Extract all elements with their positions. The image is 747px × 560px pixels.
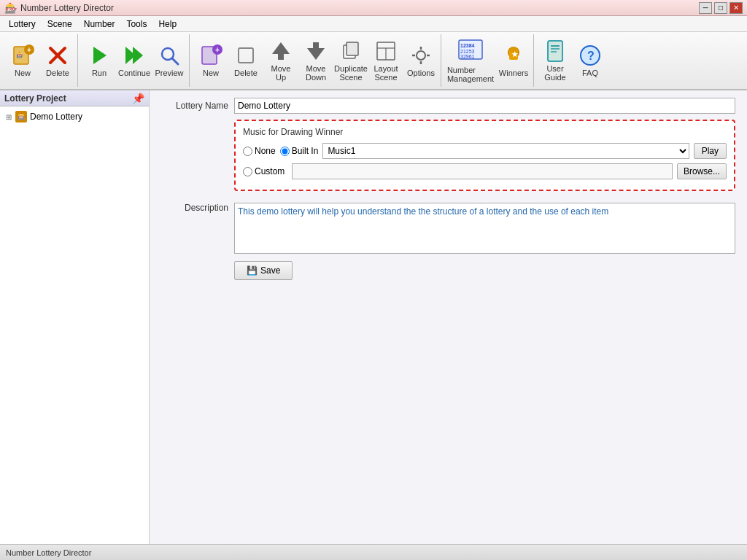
menu-help[interactable]: Help bbox=[152, 18, 182, 31]
tree-expand-icon: ⊞ bbox=[6, 113, 13, 121]
toolbar-run-button[interactable]: Run bbox=[82, 36, 116, 85]
music-none-label: None bbox=[255, 146, 276, 156]
lottery-name-label: Lottery Name bbox=[161, 101, 234, 111]
sidebar-header: Lottery Project 📌 bbox=[0, 90, 149, 106]
svg-text:21253: 21253 bbox=[460, 49, 475, 54]
user-guide-label: UserGuide bbox=[544, 64, 565, 82]
toolbar-new-scene-button[interactable]: + New bbox=[194, 36, 228, 85]
run-label: Run bbox=[92, 69, 107, 77]
music-play-button[interactable]: Play bbox=[694, 143, 727, 159]
music-browse-button[interactable]: Browse... bbox=[677, 163, 727, 179]
sidebar-title: Lottery Project bbox=[4, 93, 66, 104]
svg-text:32961: 32961 bbox=[460, 54, 475, 59]
toolbar-new-lottery-button[interactable]: 🎰 + New bbox=[6, 36, 39, 85]
svg-text:+: + bbox=[27, 46, 31, 54]
svg-rect-14 bbox=[239, 48, 253, 63]
run-icon bbox=[88, 44, 111, 67]
move-down-label: Move Down bbox=[301, 64, 330, 82]
music-builtin-radio-label[interactable]: Built In bbox=[280, 146, 319, 156]
status-bar: Number Lottery Director bbox=[0, 544, 747, 560]
continue-icon bbox=[123, 44, 146, 67]
toolbar-move-down-button[interactable]: Move Down bbox=[299, 36, 333, 85]
layout-label: Layout Scene bbox=[371, 64, 400, 82]
sidebar-tree: ⊞ 🎰 Demo Lottery bbox=[0, 106, 149, 544]
menu-scene[interactable]: Scene bbox=[42, 18, 78, 31]
toolbar-number-management-button[interactable]: 12384 21253 32961 NumberManagement bbox=[446, 36, 495, 85]
description-label: Description bbox=[161, 203, 234, 213]
user-guide-icon bbox=[543, 39, 567, 63]
svg-point-24 bbox=[417, 51, 425, 60]
music-custom-label: Custom bbox=[255, 166, 285, 176]
title-bar-text: Number Lottery Director bbox=[20, 3, 699, 13]
toolbar-layout-button[interactable]: Layout Scene bbox=[369, 36, 403, 85]
svg-rect-20 bbox=[347, 42, 358, 55]
minimize-button[interactable]: ─ bbox=[699, 2, 712, 14]
toolbar-user-guide-button[interactable]: UserGuide bbox=[538, 36, 572, 85]
music-section-title: Music for Drawing Winner bbox=[243, 127, 727, 137]
preview-icon bbox=[158, 44, 181, 67]
move-down-icon bbox=[304, 39, 328, 63]
toolbar-group-5: UserGuide ? FAQ bbox=[535, 34, 610, 87]
lottery-tree-icon: 🎰 bbox=[15, 111, 27, 122]
save-icon: 💾 bbox=[247, 265, 258, 276]
title-bar: 🎰 Number Lottery Director ─ □ ✕ bbox=[0, 0, 747, 16]
music-section: Music for Drawing Winner None Built In M… bbox=[234, 120, 735, 191]
options-label: Options bbox=[407, 69, 435, 77]
winners-label: Winners bbox=[499, 69, 528, 77]
toolbar: 🎰 + New Delete Ru bbox=[0, 32, 747, 90]
menu-lottery[interactable]: Lottery bbox=[3, 18, 42, 31]
save-button[interactable]: 💾 Save bbox=[234, 261, 293, 280]
music-builtin-radio[interactable] bbox=[280, 147, 290, 156]
description-row: Description This demo lottery will help … bbox=[161, 203, 735, 254]
delete-label: Delete bbox=[46, 69, 69, 77]
music-none-radio[interactable] bbox=[243, 147, 252, 156]
toolbar-delete-button[interactable]: Delete bbox=[41, 36, 74, 85]
toolbar-move-up-button[interactable]: Move Up bbox=[264, 36, 298, 85]
number-management-icon: 12384 21253 32961 bbox=[457, 39, 484, 64]
layout-icon bbox=[374, 39, 398, 63]
new-lottery-label: New bbox=[15, 69, 31, 77]
menu-tools[interactable]: Tools bbox=[120, 18, 152, 31]
svg-marker-17 bbox=[307, 48, 325, 60]
svg-rect-37 bbox=[548, 41, 562, 61]
move-up-icon bbox=[269, 39, 293, 63]
sidebar: Lottery Project 📌 ⊞ 🎰 Demo Lottery bbox=[0, 90, 150, 544]
sidebar-item-demo-lottery[interactable]: ⊞ 🎰 Demo Lottery bbox=[3, 109, 146, 124]
music-custom-radio-label[interactable]: Custom bbox=[243, 166, 285, 176]
sidebar-pin-button[interactable]: 📌 bbox=[132, 93, 144, 104]
lottery-name-input[interactable] bbox=[234, 98, 735, 114]
faq-label: FAQ bbox=[582, 69, 598, 77]
main-area: Lottery Project 📌 ⊞ 🎰 Demo Lottery Lotte… bbox=[0, 90, 747, 544]
preview-label: Preview bbox=[155, 69, 183, 77]
toolbar-group-1: 🎰 + New Delete bbox=[3, 34, 78, 87]
description-textarea[interactable]: This demo lottery will help you understa… bbox=[234, 203, 735, 254]
close-button[interactable]: ✕ bbox=[729, 2, 743, 14]
svg-rect-18 bbox=[313, 42, 319, 48]
svg-text:12384: 12384 bbox=[460, 43, 475, 48]
toolbar-delete-scene-button[interactable]: Delete bbox=[229, 36, 263, 85]
maximize-button[interactable]: □ bbox=[714, 2, 727, 14]
svg-text:+: + bbox=[215, 46, 220, 54]
content-area: Lottery Name Music for Drawing Winner No… bbox=[150, 90, 747, 544]
toolbar-group-4: 12384 21253 32961 NumberManagement ★ Win… bbox=[443, 34, 534, 87]
music-custom-row: Custom Browse... bbox=[243, 163, 727, 179]
winners-icon: ★ bbox=[502, 44, 525, 67]
duplicate-label: Duplicate Scene bbox=[334, 64, 368, 82]
toolbar-winners-button[interactable]: ★ Winners bbox=[497, 36, 530, 85]
svg-text:🎰: 🎰 bbox=[16, 51, 23, 58]
music-select[interactable]: Music1 Music2 Music3 bbox=[322, 143, 689, 159]
toolbar-faq-button[interactable]: ? FAQ bbox=[573, 36, 607, 85]
title-bar-icon: 🎰 bbox=[4, 2, 17, 14]
toolbar-continue-button[interactable]: Continue bbox=[117, 36, 151, 85]
faq-icon: ? bbox=[578, 44, 602, 67]
move-up-label: Move Up bbox=[266, 64, 295, 82]
menu-bar: Lottery Scene Number Tools Help bbox=[0, 16, 747, 32]
music-custom-path-input[interactable] bbox=[292, 163, 673, 179]
music-none-radio-label[interactable]: None bbox=[243, 146, 276, 156]
menu-number[interactable]: Number bbox=[78, 18, 121, 31]
toolbar-preview-button[interactable]: Preview bbox=[152, 36, 186, 85]
new-lottery-icon: 🎰 + bbox=[11, 44, 34, 67]
toolbar-options-button[interactable]: Options bbox=[404, 36, 438, 85]
music-custom-radio[interactable] bbox=[243, 167, 252, 176]
toolbar-duplicate-button[interactable]: Duplicate Scene bbox=[334, 36, 368, 85]
